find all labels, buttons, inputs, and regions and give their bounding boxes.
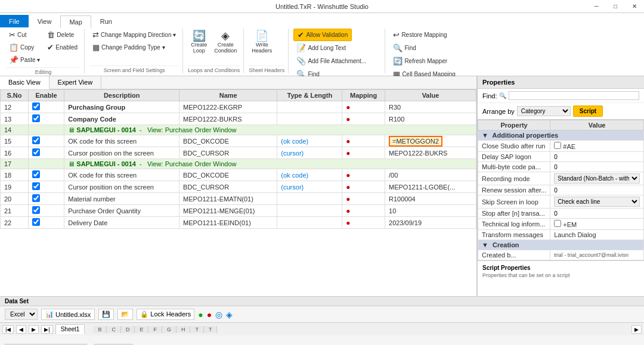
open-ds-button[interactable]: 📂 — [117, 309, 133, 320]
close-button[interactable]: ✕ — [625, 0, 644, 13]
enable-cb-22[interactable] — [32, 218, 40, 226]
file-name-display: 📊 Untitled.xlsx — [41, 309, 95, 320]
headers-label: Sheet Headers — [249, 66, 284, 73]
window-controls: ─ □ ✕ — [587, 0, 644, 13]
table-row: 16 Cursor position on the screen BDC_CUR… — [1, 147, 476, 159]
enable-cb-20[interactable] — [32, 194, 40, 202]
ribbon-tab-bar: File View Map Run — [0, 13, 644, 27]
sheet-nav-last[interactable]: ▶| — [41, 325, 52, 334]
table-body: 12 Purchasing Group MEPO1222-EKGRP ● R30… — [1, 101, 476, 229]
ribbon-group-screen: ⇄Change Mapping Direction ▾ ▦Change Padd… — [86, 29, 183, 73]
settings-ds-button[interactable]: ◈ — [226, 310, 233, 319]
cut-icon: ✂ — [9, 30, 16, 39]
editing-label: Editing — [6, 67, 80, 75]
enable-cb-18[interactable] — [32, 170, 40, 178]
find-input[interactable] — [509, 91, 639, 100]
enable-cb-15[interactable] — [32, 136, 40, 144]
scroll-right-button[interactable]: ▶ — [631, 325, 642, 334]
sheet-nav-next[interactable]: ▶ — [29, 325, 39, 334]
source-select[interactable]: Excel SAP CSV — [5, 309, 38, 320]
table-row: 20 Material number MEPO1211-EMATN(01) ● … — [1, 193, 476, 205]
close-studio-cb[interactable] — [554, 142, 561, 149]
enabled-button[interactable]: ✔Enabled — [44, 41, 80, 54]
enable-cb-13[interactable] — [32, 114, 40, 122]
screen-label: Screen and Field Settings — [89, 66, 179, 73]
collapse-icon2[interactable]: ▼ — [482, 241, 488, 248]
change-mapping-button[interactable]: ⇄Change Mapping Direction ▾ — [89, 29, 179, 41]
create-loop-button[interactable]: 🔄 CreateLoop — [188, 29, 210, 55]
add-file-attachment-button[interactable]: 📎Add File Attachment... — [293, 55, 369, 67]
skip-screen-select[interactable]: Check each line — [554, 197, 640, 207]
table-row: 12 Purchasing Group MEPO1222-EKGRP ● R30 — [1, 101, 476, 113]
multibyte-input[interactable] — [554, 164, 640, 170]
file-name: Untitled.xlsx — [55, 311, 91, 318]
script-button[interactable]: Script — [573, 105, 603, 117]
write-headers-button[interactable]: 📄 WriteHeaders — [249, 29, 275, 55]
add-long-text-button[interactable]: 📝Add Long Text — [293, 42, 349, 54]
section-row-17: 17 🖥 SAPLMEGUI - 0014 - View: Purchase O… — [1, 159, 476, 169]
props-body: ▼ Additional properties Close Studio aft… — [478, 130, 644, 260]
tech-log-cb[interactable] — [554, 220, 561, 227]
add-ds-button[interactable]: ● — [198, 310, 203, 319]
allow-validation-button[interactable]: ✔Allow Validation — [293, 29, 352, 41]
change-padding-button[interactable]: ▦Change Padding Type ▾ — [89, 41, 179, 54]
mapping-error-icon: ● — [346, 183, 350, 191]
col-type: Type & Length — [277, 90, 342, 101]
mapping-error-icon: ● — [346, 219, 350, 227]
long-text-icon: 📝 — [296, 43, 306, 52]
props-row: Skip Screen in loop Check each line — [478, 195, 644, 209]
create-condition-button[interactable]: ◈ CreateCondition — [211, 29, 240, 55]
props-row: Delay SAP logon — [478, 152, 644, 162]
validation-icon: ✔ — [298, 30, 304, 39]
mapping-error-icon: ● — [346, 115, 350, 123]
tab-basic-view[interactable]: Basic View — [0, 76, 49, 89]
renew-session-input[interactable] — [554, 187, 640, 194]
sheet-bar: |◀ ◀ ▶ ▶| Sheet1 B C D E F G H T T ▶ — [0, 323, 644, 335]
restore-button[interactable]: □ — [606, 0, 625, 13]
restore-mapping-button[interactable]: ↩Restore Mapping — [390, 29, 450, 41]
cut-button[interactable]: ✂Cut — [6, 29, 43, 41]
remove-ds-button[interactable]: ● — [207, 310, 212, 319]
enable-cb-19[interactable] — [32, 182, 40, 190]
tab-run[interactable]: Run — [91, 15, 121, 27]
sheet-nav-first[interactable]: |◀ — [2, 325, 14, 334]
find-mapping-button[interactable]: 🔍Find — [390, 42, 419, 54]
copy-button[interactable]: 📋Copy — [6, 41, 43, 54]
collapse-icon[interactable]: ▼ — [482, 132, 488, 139]
save-ds-button[interactable]: 💾 — [98, 309, 114, 320]
stop-after-input[interactable] — [554, 210, 640, 217]
editing-col2: 🗑Delete ✔Enabled — [44, 29, 80, 54]
ribbon-group-loops: 🔄 CreateLoop ◈ CreateCondition Loops and… — [184, 29, 244, 73]
enable-cb-12[interactable] — [32, 102, 40, 110]
recording-mode-select[interactable]: Standard (Non-Batch - with — [554, 173, 640, 184]
col-mapping: Mapping — [342, 90, 385, 101]
attachment-icon: 📎 — [296, 57, 306, 66]
paste-icon: 📌 — [9, 55, 18, 64]
mapping-error-icon: ● — [346, 137, 350, 145]
right-panel: Properties Find: 🔍 Arrange by Category N… — [477, 76, 644, 296]
enabled-icon: ✔ — [47, 43, 54, 52]
ribbon-group-advanced: ✔Allow Validation 📝Add Long Text 📎Add Fi… — [290, 29, 385, 73]
mapping-error-icon: ● — [346, 195, 350, 203]
refresh-mapper-button[interactable]: 🔄Refresh Mapper — [390, 55, 450, 67]
tab-view[interactable]: View — [29, 15, 61, 27]
paste-button[interactable]: 📌Paste ▾ — [6, 54, 43, 66]
find-label: Find: — [482, 92, 497, 100]
minimize-button[interactable]: ─ — [587, 0, 606, 13]
tab-file[interactable]: File — [0, 15, 29, 27]
sheet-nav-prev[interactable]: ◀ — [16, 325, 26, 334]
table-row: 18 OK code for this screen BDC_OKCODE (o… — [1, 169, 476, 181]
sheet-tab-1[interactable]: Sheet1 — [55, 324, 85, 334]
lock-headers-button[interactable]: 🔒 Lock Headers — [137, 309, 194, 320]
enable-cb-21[interactable] — [32, 206, 40, 214]
tab-map[interactable]: Map — [60, 15, 91, 28]
col-enable: Enable — [28, 90, 64, 101]
col-sno: S.No — [1, 90, 29, 101]
enable-cb-16[interactable] — [32, 148, 40, 156]
props-section-additional: ▼ Additional properties — [478, 130, 644, 141]
delete-button[interactable]: 🗑Delete — [44, 29, 80, 41]
info-ds-button[interactable]: ◎ — [215, 310, 222, 319]
delay-logon-input[interactable] — [554, 154, 640, 160]
arrange-select[interactable]: Category Name — [517, 106, 571, 116]
tab-expert-view[interactable]: Expert View — [49, 76, 102, 89]
